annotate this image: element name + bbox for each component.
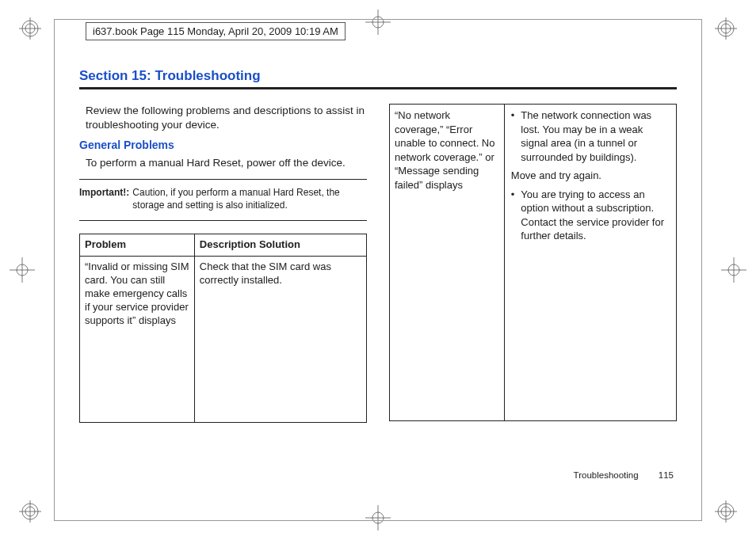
bullet-text: The network connection was lost. You may… [521,108,671,164]
troubleshooting-table-left: Problem Description Solution “Invalid or… [79,234,367,423]
right-column: “No network coverage,” “Error unable to … [389,104,677,423]
table-row: “Invalid or missing SIM card. You can st… [80,257,367,423]
bullet-text: You are trying to access an option witho… [521,188,671,243]
intro-text: Review the following problems and descri… [86,104,367,132]
footer-section-name: Troubleshooting [574,470,639,480]
problem-cell: “No network coverage,” “Error unable to … [390,105,505,421]
running-header: i637.book Page 115 Monday, April 20, 200… [86,22,346,40]
page-footer: Troubleshooting 115 [574,470,674,480]
list-item: •The network connection was lost. You ma… [510,108,671,164]
troubleshooting-table-right: “No network coverage,” “Error unable to … [389,104,677,421]
side-mark-icon [6,254,38,286]
plain-text: Move and try again. [511,169,671,183]
crop-mark-icon [19,17,41,40]
divider [79,220,367,221]
crop-mark-icon [715,500,737,523]
solution-cell: •The network connection was lost. You ma… [504,105,676,421]
left-column: Review the following problems and descri… [79,104,367,423]
table-row: “No network coverage,” “Error unable to … [390,105,677,421]
list-item: •You are trying to access an option with… [510,188,671,243]
table-header-solution: Description Solution [194,234,366,257]
solution-cell: Check that the SIM card was correctly in… [194,257,366,423]
important-label: Important!: [79,186,129,213]
page-content: Section 15: Troubleshooting Review the f… [79,68,677,492]
title-rule [79,87,677,89]
problem-cell: “Invalid or missing SIM card. You can st… [80,257,195,423]
crop-mark-icon [715,17,737,40]
crop-mark-icon [19,500,41,523]
important-text: Caution, if you perform a manual Hard Re… [132,186,367,213]
side-mark-icon [718,254,750,286]
sub-heading: General Problems [79,139,367,151]
section-title: Section 15: Troubleshooting [79,68,677,84]
page-number: 115 [659,470,674,480]
important-note: Important!: Caution, if you perform a ma… [79,184,367,218]
table-header-problem: Problem [80,234,195,257]
body-text: To perform a manual Hard Reset, power of… [86,156,367,170]
divider [79,179,367,180]
